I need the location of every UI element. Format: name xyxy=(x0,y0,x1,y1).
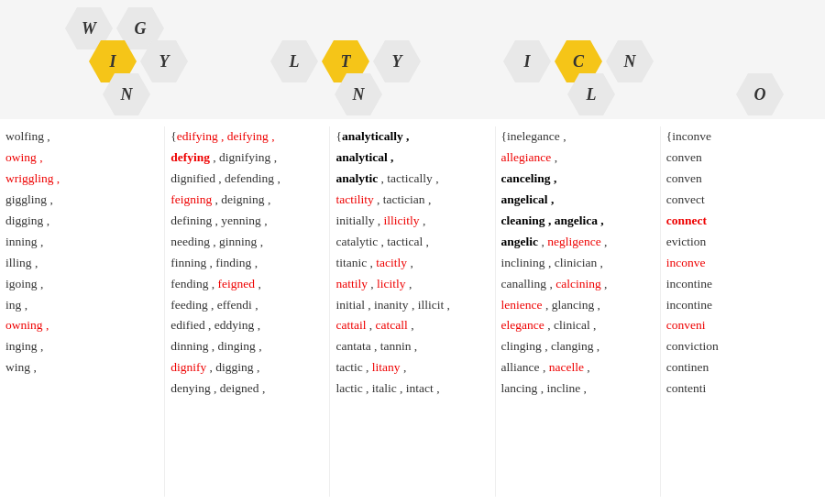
word-item: {inconve xyxy=(666,126,820,148)
word-item: conviction xyxy=(666,336,820,357)
main-container: W G I Y N L T Y N I xyxy=(0,0,825,504)
hex-group-1: W G I Y N xyxy=(41,7,188,115)
hex-group-5: O xyxy=(736,73,784,115)
word-item: igoing , xyxy=(6,274,159,295)
word-item: inning , xyxy=(6,232,159,253)
hex-group-3: L T Y N xyxy=(270,40,421,115)
word-item: contenti xyxy=(666,378,820,400)
word-item: cantata , tannin , xyxy=(336,336,489,357)
word-item: finning , finding , xyxy=(170,253,324,274)
word-column-2: {edifying , deifying , defying , dignify… xyxy=(165,126,330,497)
word-item: defying , dignifying , xyxy=(170,148,324,169)
word-item: tactic , litany , xyxy=(336,357,489,378)
word-item: digging , xyxy=(6,211,159,232)
words-section: wolfing , owing , wriggling , giggling ,… xyxy=(0,119,825,504)
word-item: lactic , italic , intact , xyxy=(336,378,489,400)
hex-N2: N xyxy=(335,73,382,115)
word-item: lenience , glancing , xyxy=(501,295,654,316)
word-item: cleaning , angelica , xyxy=(501,211,654,232)
word-item: needing , ginning , xyxy=(170,232,324,253)
word-item: owning , xyxy=(6,315,159,336)
word-item: conveni xyxy=(666,315,820,336)
word-item: incontine xyxy=(666,274,820,295)
word-item: incontine xyxy=(666,295,820,316)
word-item: connect xyxy=(666,211,820,232)
word-item: titanic , tacitly , xyxy=(336,253,489,274)
word-column-4: {inelegance , allegiance , canceling , a… xyxy=(496,126,661,497)
word-item: denying , deigned , xyxy=(170,378,324,400)
word-item: analytical , xyxy=(336,148,489,169)
word-item: {edifying , deifying , xyxy=(170,126,324,148)
word-item: eviction xyxy=(666,232,820,253)
word-item: {analytically , xyxy=(336,126,489,148)
word-item: owing , xyxy=(6,148,159,169)
word-column-5: {inconve conven conven convect connect e… xyxy=(661,126,825,497)
word-item: elegance , clinical , xyxy=(501,315,654,336)
word-item: defining , yenning , xyxy=(170,211,324,232)
hex-L: L xyxy=(270,40,318,82)
word-item: initial , inanity , illicit , xyxy=(336,295,489,316)
word-item: canalling , calcining , xyxy=(501,274,654,295)
word-item: analytic , tactically , xyxy=(336,169,489,190)
word-item: dignify , digging , xyxy=(170,357,324,378)
word-item: canceling , xyxy=(501,169,654,190)
word-item: inconve xyxy=(666,253,820,274)
word-item: conven xyxy=(666,169,820,190)
word-item: continen xyxy=(666,357,820,378)
hex-I2: I xyxy=(503,40,551,82)
word-item: angelic , negligence , xyxy=(501,232,654,253)
word-item: edified , eddying , xyxy=(170,315,324,336)
word-item: {inelegance , xyxy=(501,126,654,148)
hex-N: N xyxy=(103,73,150,115)
word-item: catalytic , tactical , xyxy=(336,232,489,253)
word-item: tactility , tactician , xyxy=(336,190,489,211)
word-item: dinning , dinging , xyxy=(170,336,324,357)
honeycomb-section: W G I Y N L T Y N I xyxy=(0,0,825,119)
word-item: angelical , xyxy=(501,190,654,211)
word-item: clinging , clanging , xyxy=(501,336,654,357)
word-item: inclining , clinician , xyxy=(501,253,654,274)
word-item: feeding , effendi , xyxy=(170,295,324,316)
word-item: feigning , deigning , xyxy=(170,190,324,211)
hex-L2: L xyxy=(567,73,615,115)
word-item: illing , xyxy=(6,253,159,274)
hex-O: O xyxy=(736,73,784,115)
word-column-3: {analytically , analytical , analytic , … xyxy=(330,126,495,497)
word-item: allegiance , xyxy=(501,148,654,169)
word-item: initially , illicitly , xyxy=(336,211,489,232)
word-item: inging , xyxy=(6,336,159,357)
word-column-1: wolfing , owing , wriggling , giggling ,… xyxy=(0,126,165,497)
word-item: giggling , xyxy=(6,190,159,211)
word-item: wriggling , xyxy=(6,169,159,190)
word-item: dignified , defending , xyxy=(170,169,324,190)
word-item: cattail , catcall , xyxy=(336,315,489,336)
word-item: wolfing , xyxy=(6,126,159,148)
word-item: wing , xyxy=(6,357,159,378)
word-item: nattily , licitly , xyxy=(336,274,489,295)
word-item: conven xyxy=(666,148,820,169)
word-item: lancing , incline , xyxy=(501,378,654,400)
word-item: fending , feigned , xyxy=(170,274,324,295)
word-item: ing , xyxy=(6,295,159,316)
word-item: convect xyxy=(666,190,820,211)
word-item: alliance , nacelle , xyxy=(501,357,654,378)
hex-group-4: I C N L xyxy=(503,40,654,115)
